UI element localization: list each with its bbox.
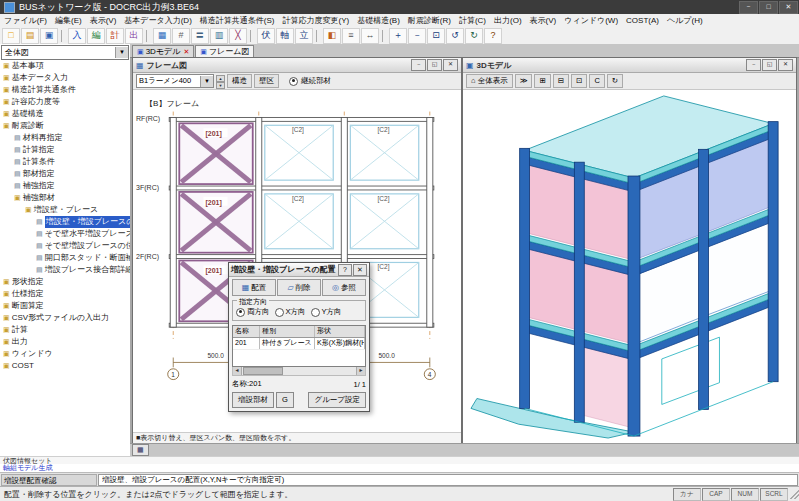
tree-item[interactable]: 構造計算共通条件 xyxy=(0,84,130,96)
tree-item[interactable]: ウィンドウ xyxy=(0,348,130,360)
scrollbar-thumb[interactable] xyxy=(243,367,283,375)
resize-grip[interactable] xyxy=(789,489,799,499)
separator[interactable] xyxy=(382,30,386,42)
continuous-member-radio[interactable]: 継続部材 xyxy=(289,76,331,86)
tree-item[interactable]: 補強部材 xyxy=(0,192,130,204)
tab-frame-view[interactable]: ▣ フレーム図 xyxy=(195,45,254,57)
frame-select-combobox[interactable]: B1ラーメン400 ▼ xyxy=(136,74,214,88)
camera-icon[interactable]: C xyxy=(589,74,604,88)
spin-down-icon[interactable]: ▼ xyxy=(216,82,225,89)
tree-item[interactable]: そで壁水平増設ブレースの配置 xyxy=(0,228,130,240)
zoom-in-icon[interactable]: ＋ xyxy=(389,28,407,44)
separator[interactable] xyxy=(61,30,65,42)
rotate-icon[interactable]: ↺ xyxy=(446,28,464,44)
table-row[interactable]: 201 枠付きブレース K形(X形)鋼材(H形鋼) 250x250x9x14 xyxy=(233,338,365,350)
layer-icon[interactable]: ≡ xyxy=(342,28,360,44)
dimension-icon[interactable]: ↔ xyxy=(361,28,379,44)
menu-item[interactable]: 計算応力度変更(Y) xyxy=(278,15,353,26)
direction-radio[interactable]: 両方向 xyxy=(236,307,270,317)
menu-item[interactable]: 編集(E) xyxy=(51,15,86,26)
chevron-down-icon[interactable]: ▼ xyxy=(115,47,128,58)
tree-item[interactable]: 耐震診断 xyxy=(0,120,130,132)
spin-up-icon[interactable]: ▲ xyxy=(216,75,225,82)
tree-item[interactable]: 部材指定 xyxy=(0,168,130,180)
tree-item[interactable]: 基本データ入力 xyxy=(0,72,130,84)
close-icon[interactable]: ✕ xyxy=(183,48,189,56)
menu-item[interactable]: ファイル(F) xyxy=(0,15,51,26)
tree-item[interactable]: 基本事項 xyxy=(0,60,130,72)
minimize-button[interactable]: － xyxy=(746,59,761,71)
menu-item[interactable]: 構造計算共通条件(S) xyxy=(196,15,279,26)
frame-window-titlebar[interactable]: ▦ フレーム図 － ◱ ✕ xyxy=(133,58,461,73)
tree-item[interactable]: 形状指定 xyxy=(0,276,130,288)
group-setting-button[interactable]: グループ設定 xyxy=(308,392,366,408)
direction-radio[interactable]: X方向 xyxy=(275,307,306,317)
direction-radio[interactable]: Y方向 xyxy=(311,307,342,317)
frame-view-icon[interactable]: 軸 xyxy=(276,28,294,44)
menu-item[interactable]: 耐震診断(R) xyxy=(404,15,455,26)
tree-item[interactable]: CSV形式ファイルの入出力 xyxy=(0,312,130,324)
dialog-action-button[interactable]: ▱ 削除 xyxy=(277,279,321,296)
menu-item[interactable]: ヘルプ(H) xyxy=(663,15,707,26)
close-button[interactable]: ✕ xyxy=(353,264,367,276)
tab-3d-model[interactable]: ▣ 3Dモデル ✕ xyxy=(132,45,194,57)
tree-item[interactable]: 補強指定 xyxy=(0,180,130,192)
model-3d-canvas[interactable] xyxy=(463,90,796,443)
tree-item[interactable]: 計算 xyxy=(0,324,130,336)
new-file-icon[interactable]: □ xyxy=(2,28,20,44)
minimize-button[interactable]: － xyxy=(411,59,426,71)
structure-button[interactable]: 構造 xyxy=(227,74,252,88)
menu-item[interactable]: COST(A) xyxy=(622,16,663,25)
separator[interactable] xyxy=(146,30,150,42)
bottom-view-tab[interactable]: ▦ xyxy=(132,444,149,456)
model-view-icon[interactable]: 立 xyxy=(295,28,313,44)
tree-item[interactable]: 計算条件 xyxy=(0,156,130,168)
input-icon[interactable]: 入 xyxy=(68,28,86,44)
menu-item[interactable]: ウィンドウ(W) xyxy=(560,15,622,26)
dialog-titlebar[interactable]: 増設壁・増設ブレースの配置 ? ✕ xyxy=(229,263,369,277)
chevron-down-icon[interactable]: ▼ xyxy=(200,76,213,87)
scroll-left-icon[interactable]: ◄ xyxy=(233,367,242,375)
dialog-action-button[interactable]: ▦ 配置 xyxy=(232,279,276,296)
expand-icon[interactable]: ≫ xyxy=(515,74,533,88)
scroll-right-icon[interactable]: ► xyxy=(356,367,365,375)
menu-item[interactable]: 基本データ入力(D) xyxy=(120,15,195,26)
axis-icon[interactable]: # xyxy=(172,28,190,44)
tree-scope-combobox[interactable]: 全体図 ▼ xyxy=(1,45,129,60)
column-header[interactable]: 種別 xyxy=(260,326,315,337)
close-button[interactable]: ✕ xyxy=(779,1,798,14)
zoom-out-icon[interactable]: ⊟ xyxy=(553,74,569,88)
wall-zone-button[interactable]: 壁区 xyxy=(254,74,279,88)
horizontal-scrollbar[interactable]: ◄ ► xyxy=(232,367,366,376)
tree-item[interactable]: 許容応力度等 xyxy=(0,96,130,108)
menu-item[interactable]: 表示(V) xyxy=(526,15,561,26)
maximize-button[interactable]: □ xyxy=(759,1,778,14)
restore-button[interactable]: ◱ xyxy=(427,59,442,71)
wall-icon[interactable]: ▥ xyxy=(210,28,228,44)
tree-item[interactable]: 増設ブレース接合部詳細 xyxy=(0,264,130,276)
close-button[interactable]: ✕ xyxy=(443,59,458,71)
frame-spinner[interactable]: ▲ ▼ xyxy=(216,75,225,87)
zoom-in-icon[interactable]: ⊞ xyxy=(534,74,550,88)
member-icon[interactable]: 〓 xyxy=(191,28,209,44)
save-icon[interactable]: ▣ xyxy=(40,28,58,44)
tree-item[interactable]: 基礎構造 xyxy=(0,108,130,120)
output-icon[interactable]: 出 xyxy=(125,28,143,44)
minimize-button[interactable]: － xyxy=(739,1,758,14)
tree-item[interactable]: 材料再指定 xyxy=(0,132,130,144)
zoom-fit-icon[interactable]: ⊡ xyxy=(427,28,445,44)
menu-item[interactable]: 出力(O) xyxy=(490,15,526,26)
restore-button[interactable]: ◱ xyxy=(762,59,777,71)
group-toggle-button[interactable]: G xyxy=(276,392,294,408)
tree-item[interactable]: そで壁増設ブレースの位置指定配置 xyxy=(0,240,130,252)
model-window-titlebar[interactable]: ▣ 3Dモデル － ◱ ✕ xyxy=(463,58,796,73)
tree-item[interactable]: 開口部スタッド・断面補強アンカーの配置 xyxy=(0,252,130,264)
zoom-fit-icon[interactable]: ⊡ xyxy=(571,74,587,88)
zoom-out-icon[interactable]: － xyxy=(408,28,426,44)
menu-item[interactable]: 表示(V) xyxy=(86,15,121,26)
tree-item[interactable]: 断面算定 xyxy=(0,300,130,312)
tree-item[interactable]: COST xyxy=(0,360,130,372)
tree-item[interactable]: 仕様指定 xyxy=(0,288,130,300)
grid-icon[interactable]: ▦ xyxy=(153,28,171,44)
open-file-icon[interactable]: ▤ xyxy=(21,28,39,44)
